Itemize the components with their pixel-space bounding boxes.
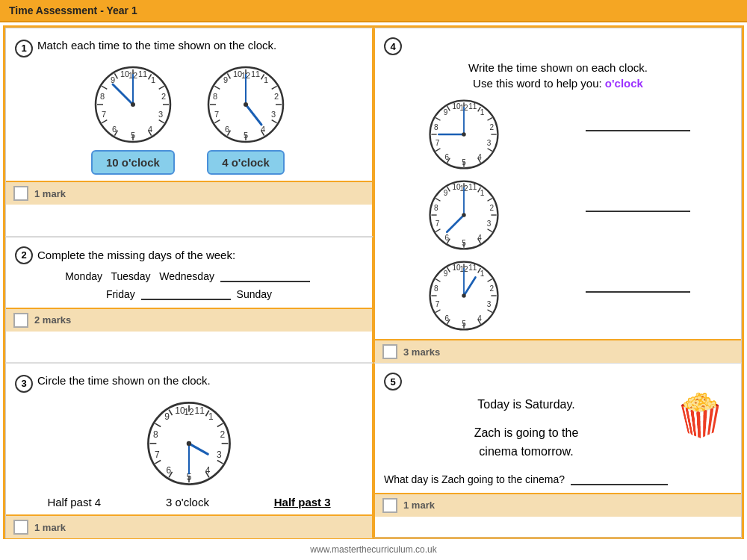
svg-text:5: 5	[462, 320, 466, 328]
svg-text:9: 9	[111, 75, 115, 84]
popcorn-icon: 🍿	[669, 395, 732, 436]
svg-text:4: 4	[205, 465, 211, 476]
svg-text:1: 1	[480, 108, 484, 116]
section-4-help-text: Use this word to help you:	[473, 77, 605, 90]
svg-text:5: 5	[131, 131, 135, 140]
svg-text:5: 5	[462, 158, 466, 167]
svg-text:7: 7	[155, 449, 160, 460]
svg-text:3: 3	[271, 110, 276, 119]
section-4-instruction: Write the time shown on each clock.	[468, 61, 648, 74]
svg-text:3: 3	[158, 110, 163, 119]
svg-text:1: 1	[208, 411, 214, 422]
svg-text:4: 4	[477, 234, 482, 242]
section-1-instruction: Match each time to the time shown on the…	[37, 37, 276, 53]
svg-text:9: 9	[223, 75, 228, 84]
svg-text:4: 4	[148, 125, 152, 134]
time-option-2: 3 o'clock	[166, 496, 209, 508]
section-1: 1 Match each time to the time shown on t…	[5, 28, 374, 237]
svg-text:8: 8	[153, 429, 158, 440]
clock-4a: 12 1 2 3 4 5 6 7 8 9 10 11	[427, 97, 501, 172]
clock-4b: 12 1 2 3 4 5 6 7 8 9 10 11	[427, 178, 501, 252]
time-option-1: Half past 4	[47, 496, 101, 508]
svg-text:6: 6	[444, 153, 449, 161]
page-title: Time Assessment - Year 1	[9, 4, 137, 16]
clock-1-label-btn: 10 o'clock	[91, 150, 175, 175]
section-5: 5 Today is Saturday. Zach is going to th…	[374, 363, 742, 538]
answer-line-4c	[586, 291, 690, 293]
section-2: 2 Complete the missing days of the week:…	[5, 237, 374, 364]
oclock-word: o'clock	[605, 77, 643, 90]
clock-2: 12 1 2 3 4 5 6 7 8 9 10 11	[205, 63, 287, 146]
svg-text:9: 9	[443, 189, 447, 197]
section-3-number: 3	[15, 375, 33, 393]
svg-text:6: 6	[166, 465, 171, 476]
svg-point-111	[462, 213, 465, 217]
clock-3: 12 1 2 3 4 5 6 7 8 9 10 11	[144, 399, 234, 488]
svg-text:6: 6	[444, 314, 449, 323]
svg-text:3: 3	[217, 449, 222, 460]
answer-line-4b	[586, 211, 690, 212]
main-content: 1 Match each time to the time shown on t…	[3, 25, 744, 539]
svg-text:1: 1	[480, 189, 484, 197]
svg-text:5: 5	[244, 131, 248, 140]
section-5-text2: Zach is going to the	[384, 423, 669, 443]
svg-point-83	[462, 132, 465, 136]
svg-text:4: 4	[261, 125, 265, 134]
section-3-instruction: Circle the time shown on the clock.	[37, 373, 211, 388]
footer: www.masterthecurriculum.co.uk	[0, 542, 747, 557]
section-4-number: 4	[384, 37, 402, 55]
section-4-marks: 3 marks	[403, 346, 440, 358]
svg-point-55	[244, 102, 248, 107]
svg-text:9: 9	[164, 411, 170, 422]
svg-text:7: 7	[435, 220, 439, 228]
svg-text:8: 8	[100, 92, 105, 101]
answer-line-4a	[586, 130, 690, 131]
clock-2-label-btn: 4 o'clock	[207, 150, 285, 175]
svg-text:4: 4	[477, 314, 482, 323]
svg-text:8: 8	[433, 284, 438, 293]
svg-text:1: 1	[480, 270, 484, 278]
svg-point-139	[462, 293, 465, 297]
section-1-marks: 1 mark	[34, 188, 66, 199]
section-1-number: 1	[15, 40, 33, 57]
svg-text:8: 8	[433, 123, 438, 131]
svg-text:2: 2	[489, 284, 494, 293]
section-5-text1: Today is Saturday.	[384, 395, 669, 414]
svg-text:3: 3	[486, 139, 491, 147]
svg-text:4: 4	[477, 153, 482, 161]
section-4: 4 Write the time shown on each clock. Us…	[374, 28, 742, 363]
svg-text:7: 7	[435, 300, 439, 308]
svg-point-167	[187, 441, 192, 447]
footer-url: www.masterthecurriculum.co.uk	[310, 544, 436, 555]
svg-text:10: 10	[452, 102, 461, 111]
days-line-2: Friday Sunday	[106, 288, 272, 300]
svg-text:7: 7	[214, 110, 219, 119]
svg-point-27	[131, 102, 135, 107]
svg-text:12: 12	[184, 407, 194, 417]
section-2-marks: 2 marks	[34, 314, 71, 326]
svg-text:3: 3	[486, 300, 491, 308]
svg-text:11: 11	[138, 69, 147, 78]
svg-text:2: 2	[161, 92, 166, 101]
mark-box-2	[13, 313, 28, 328]
svg-text:10: 10	[233, 69, 242, 78]
section-3: 3 Circle the time shown on the clock. 12…	[5, 363, 374, 538]
svg-text:2: 2	[489, 123, 494, 131]
mark-box-5	[382, 498, 397, 513]
svg-text:7: 7	[102, 110, 106, 119]
svg-text:10: 10	[452, 183, 461, 191]
section-5-number: 5	[384, 373, 402, 391]
svg-text:6: 6	[444, 234, 449, 242]
clock-1: 12 1 2 3 4 5 6 7 8 9 10 11	[92, 63, 174, 146]
svg-text:11: 11	[195, 405, 205, 416]
svg-text:11: 11	[468, 183, 477, 191]
title-bar: Time Assessment - Year 1	[0, 0, 747, 22]
svg-text:11: 11	[468, 264, 477, 272]
svg-text:1: 1	[151, 75, 155, 84]
section-2-instruction: Complete the missing days of the week:	[37, 249, 235, 261]
svg-text:11: 11	[468, 102, 477, 111]
section-5-text3: cinema tomorrow.	[384, 442, 669, 461]
svg-text:2: 2	[220, 429, 225, 440]
answer-line-5	[571, 484, 668, 485]
mark-box-3	[13, 520, 28, 535]
